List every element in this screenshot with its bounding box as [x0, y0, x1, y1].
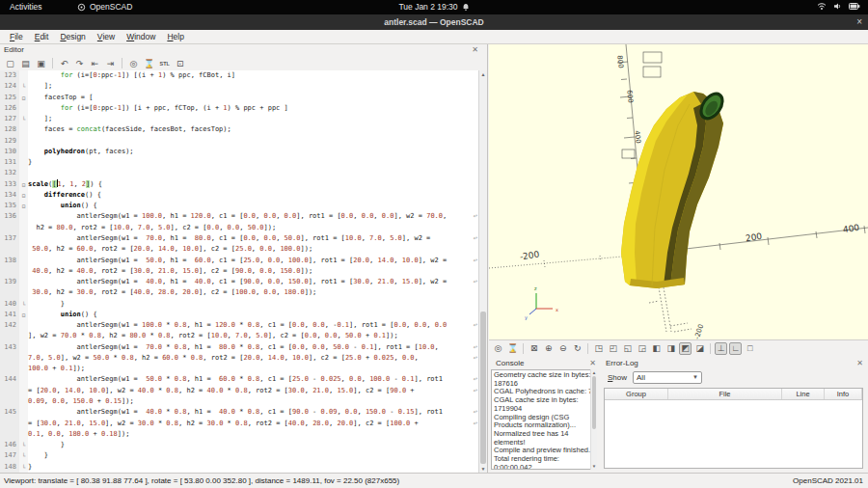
code-row[interactable]: 136 antlerSegm(w1 = 100.0, h1 = 120.0, c… [0, 211, 479, 222]
fold-marker-icon[interactable]: ⊟ [19, 179, 28, 190]
clock-button[interactable]: Tue Jan 2 19:30 [398, 2, 469, 12]
code-row[interactable]: h2 = 80.0, rot2 = [10.0, 7.0, 5.0], c2 =… [0, 223, 479, 233]
code-row[interactable]: 139 antlerSegm(w1 = 40.0, h1 = 40.0, c1 … [0, 277, 479, 287]
view-center-button[interactable]: ◪ [693, 342, 706, 355]
error-column-line[interactable]: Line [782, 389, 825, 399]
indent-button[interactable]: ⇥ [104, 57, 117, 69]
menu-edit[interactable]: Edit [29, 32, 55, 41]
console-close-icon[interactable]: ✕ [589, 359, 596, 367]
menu-file[interactable]: File [4, 32, 29, 41]
unindent-button[interactable]: ⇤ [89, 57, 101, 69]
code-row[interactable]: 130 polyhedron(pt, faces); [0, 147, 479, 157]
code-row[interactable]: 0.1, 0.0, 180.0 + 0.18]); [0, 429, 479, 440]
code-row[interactable]: 50.0, h2 = 60.0, rot2 = [20.0, 14.0, 10.… [0, 244, 479, 255]
zoom-all-button[interactable]: ⊠ [528, 342, 540, 355]
system-status-area[interactable] [817, 2, 860, 11]
show-scale-markers-button[interactable]: ∟ [729, 342, 742, 355]
code-row[interactable]: 7.0, 5.0], w2 = 50.0 * 0.8, h2 = 60.0 * … [0, 353, 479, 364]
code-row[interactable]: 132 [0, 168, 479, 178]
render-button[interactable]: ⌛ [506, 342, 519, 355]
code-row[interactable]: 134⊟ difference() { [0, 190, 479, 201]
code-row[interactable]: 131} [0, 157, 479, 168]
code-row[interactable]: 141⊟ union() { [0, 310, 479, 320]
zoom-in-button[interactable]: ⊕ [542, 342, 555, 355]
code-row[interactable]: 30.0, h2 = 30.0, rot2 = [40.0, 28.0, 20.… [0, 287, 479, 298]
show-axes-button[interactable]: ⊥ [715, 342, 727, 355]
menu-window[interactable]: Window [121, 32, 161, 41]
code-row[interactable]: = [20.0, 14.0, 10.0], w2 = 40.0 * 0.8, h… [0, 386, 479, 396]
new-file-button[interactable]: ▢ [4, 57, 16, 69]
fold-marker-icon[interactable]: ⊟ [19, 310, 28, 320]
menu-design[interactable]: Design [54, 32, 91, 41]
console-scrollbar[interactable]: ▲ ▼ [590, 369, 597, 470]
fold-marker-icon[interactable]: ⊟ [19, 201, 28, 211]
view-diagonal-button[interactable]: ◩ [679, 342, 692, 355]
code-row[interactable]: 135⊟ union() { [0, 201, 479, 211]
fold-marker-icon[interactable]: ⊟ [19, 93, 28, 103]
reset-view-button[interactable]: ↻ [571, 342, 583, 355]
code-row[interactable]: 126 for (i=[0:ppc-1]) [i + ppc, fCTop, (… [0, 103, 479, 114]
code-editor[interactable]: 123 for (i=[0:ppc-1]) [(i + 1) % ppc, fC… [0, 70, 479, 473]
fold-marker-icon[interactable]: ⊟ [19, 190, 28, 201]
code-row[interactable]: 100.0 + 0.1]); [0, 364, 479, 374]
code-row[interactable]: 125⊟ facesTop = [ [0, 93, 479, 103]
scrollbar-thumb[interactable] [480, 312, 486, 464]
view-right-button[interactable]: ◳ [592, 342, 605, 355]
render-button[interactable]: ⌛ [143, 57, 155, 69]
export-stl-button[interactable]: STL [158, 57, 171, 69]
code-row[interactable]: 124└ ]; [0, 81, 479, 92]
code-row[interactable]: 142 antlerSegm(w1 = 100.0 * 0.8, h1 = 12… [0, 320, 479, 331]
code-row[interactable]: = [30.0, 21.0, 15.0], w2 = 30.0 * 0.8, h… [0, 419, 479, 429]
console-output[interactable]: Geometry cache size in bytes:187616CGAL … [491, 369, 597, 470]
code-row[interactable]: 133⊟scale([1, 1, 2]) { [0, 179, 479, 190]
code-row[interactable]: ], w2 = 70.0 * 0.8, h2 = 80.0 * 0.8, rot… [0, 331, 479, 341]
code-row[interactable]: 145 antlerSegm(w1 = 40.0 * 0.8, h1 = 40.… [0, 407, 479, 418]
code-row[interactable]: 140└ } [0, 299, 479, 310]
code-row[interactable]: 129 [0, 136, 479, 147]
window-close-button[interactable]: × [856, 16, 862, 27]
preview-button[interactable]: ◎ [127, 57, 140, 69]
window-title-bar[interactable]: antler.scad — OpenSCAD × [0, 14, 868, 30]
scroll-down-icon[interactable]: ▼ [479, 466, 487, 472]
code-row[interactable]: 138 antlerSegm(w1 = 50.0, h1 = 60.0, c1 … [0, 256, 479, 266]
view-left-button[interactable]: ◲ [636, 342, 648, 355]
scrollbar-thumb[interactable] [592, 376, 596, 429]
app-menu[interactable]: OpenSCAD [77, 2, 132, 12]
save-button[interactable]: ▣ [35, 57, 47, 69]
error-column-file[interactable]: File [668, 389, 782, 399]
code-row[interactable]: 143 antlerSegm(w1 = 70.0 * 0.8, h1 = 80.… [0, 342, 479, 353]
print-button[interactable]: ⊡ [174, 57, 186, 69]
error-table[interactable]: GroupFileLineInfo [604, 388, 863, 469]
error-column-info[interactable]: Info [825, 389, 862, 399]
error-filter-select[interactable]: All ▼ [633, 371, 702, 384]
scroll-up-icon[interactable]: ▲ [591, 370, 597, 375]
view-back-button[interactable]: ◨ [665, 342, 677, 355]
code-row[interactable]: 148└} [0, 462, 479, 473]
error-column-group[interactable]: Group [605, 389, 668, 399]
code-row[interactable]: 127└ ]; [0, 114, 479, 124]
scroll-up-icon[interactable]: ▲ [479, 71, 487, 77]
editor-scrollbar[interactable]: ▲ ▼ [478, 70, 487, 473]
code-row[interactable]: 147└ } [0, 450, 479, 461]
code-row[interactable]: 0.09, 0.0, 150.0 + 0.15]); [0, 396, 479, 407]
show-crosshairs-button[interactable]: □ [744, 342, 756, 355]
view-front-button[interactable]: ◧ [650, 342, 663, 355]
open-file-button[interactable]: ▤ [19, 57, 32, 69]
editor-close-icon[interactable]: ✕ [472, 45, 478, 54]
error-log-close-icon[interactable]: ✕ [856, 359, 863, 367]
redo-button[interactable]: ↷ [73, 57, 86, 69]
code-row[interactable]: 144 antlerSegm(w1 = 50.0 * 0.8, h1 = 60.… [0, 374, 479, 385]
preview-button[interactable]: ◎ [492, 342, 504, 355]
zoom-out-button[interactable]: ⊖ [556, 342, 569, 355]
code-row[interactable]: 123 for (i=[0:ppc-1]) [(i + 1) % ppc, fC… [0, 70, 479, 81]
view-top-button[interactable]: ◰ [607, 342, 619, 355]
activities-button[interactable]: Activities [10, 2, 42, 12]
undo-button[interactable]: ↶ [58, 57, 70, 69]
code-row[interactable]: 146└ } [0, 440, 479, 450]
viewport-3d[interactable]: 800 600 400 200 400 -200 [489, 44, 868, 339]
menu-view[interactable]: View [92, 32, 121, 41]
view-bottom-button[interactable]: ◱ [621, 342, 634, 355]
scroll-down-icon[interactable]: ▼ [591, 464, 597, 469]
code-row[interactable]: 128 faces = concat(facesSide, facesBot, … [0, 124, 479, 135]
code-row[interactable]: 40.0, h2 = 40.0, rot2 = [30.0, 21.0, 15.… [0, 266, 479, 277]
